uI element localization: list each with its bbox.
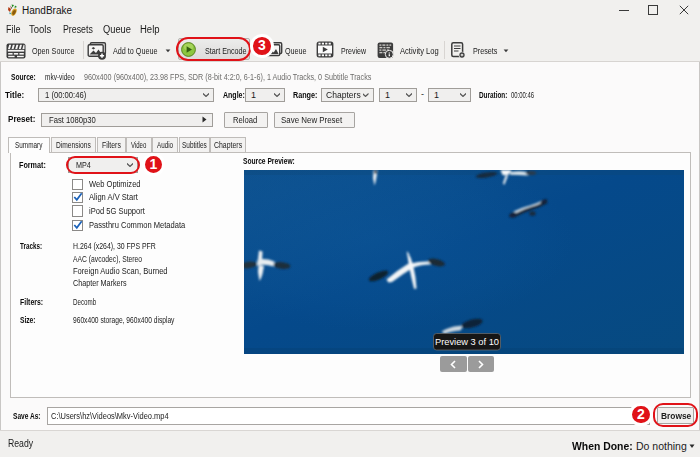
svg-text:Preview 3 of 10: Preview 3 of 10 [435,337,499,347]
